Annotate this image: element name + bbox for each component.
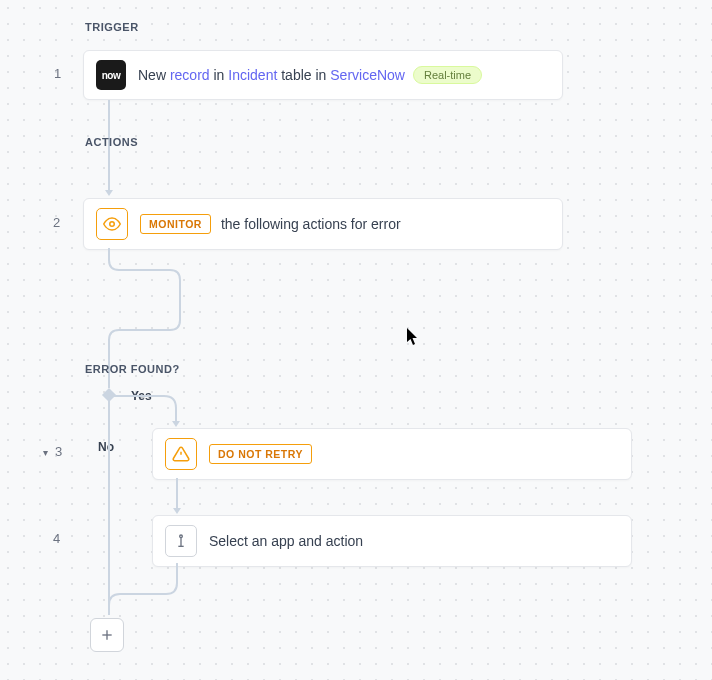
section-actions-label: ACTIONS (85, 136, 138, 148)
section-error-label: ERROR FOUND? (85, 363, 180, 375)
step-number-2: 2 (53, 215, 60, 230)
monitor-card[interactable]: MONITOR the following actions for error (83, 198, 563, 250)
merge-path (108, 583, 180, 597)
add-step-button[interactable] (90, 618, 124, 652)
canvas-background (0, 0, 712, 680)
collapse-caret-icon[interactable]: ▾ (43, 447, 48, 458)
do-not-retry-card[interactable]: DO NOT RETRY (152, 428, 632, 480)
svg-point-0 (110, 222, 115, 227)
arrow-head-icon (172, 421, 180, 427)
trigger-card[interactable]: now New record in Incident table in Serv… (83, 50, 563, 100)
svg-point-3 (180, 535, 183, 538)
connector-line (108, 595, 110, 615)
link-record[interactable]: record (170, 67, 210, 83)
do-not-retry-badge: DO NOT RETRY (209, 444, 312, 464)
branch-no-label: No (98, 440, 114, 454)
monitor-text: the following actions for error (221, 216, 401, 232)
link-incident[interactable]: Incident (228, 67, 277, 83)
select-action-card[interactable]: Select an app and action (152, 515, 632, 567)
connector-line (176, 563, 178, 583)
arrow-head-icon (105, 190, 113, 196)
connector-line (108, 248, 110, 260)
placeholder-app-icon (165, 525, 197, 557)
arrow-head-icon (173, 508, 181, 514)
select-action-text: Select an app and action (209, 533, 363, 549)
monitor-badge: MONITOR (140, 214, 211, 234)
servicenow-icon: now (96, 60, 126, 90)
step-number-1: 1 (54, 66, 61, 81)
step-number-3: 3 (55, 444, 62, 459)
warning-icon (165, 438, 197, 470)
connector-line (176, 478, 178, 510)
plus-icon (99, 627, 115, 643)
link-servicenow[interactable]: ServiceNow (330, 67, 405, 83)
monitor-container-path (108, 260, 180, 340)
trigger-text: New record in Incident table in ServiceN… (138, 67, 405, 83)
section-trigger-label: TRIGGER (85, 21, 139, 33)
realtime-badge: Real-time (413, 66, 482, 84)
eye-icon (96, 208, 128, 240)
step-number-4: 4 (53, 531, 60, 546)
connector-line (108, 400, 110, 595)
